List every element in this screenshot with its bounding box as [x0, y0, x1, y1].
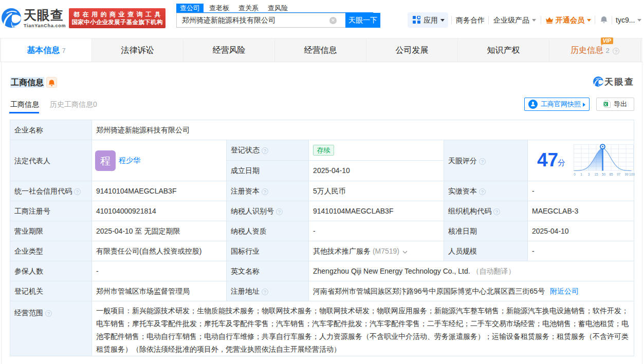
svg-text:97: 97	[617, 173, 621, 176]
svg-text:3: 3	[588, 173, 590, 176]
svg-text:85: 85	[609, 173, 613, 176]
svg-text:100: 100	[629, 173, 635, 176]
svg-text:1: 1	[580, 173, 582, 176]
svg-text:99: 99	[624, 173, 629, 176]
svg-text:15: 15	[594, 173, 598, 176]
svg-text:0: 0	[574, 173, 576, 176]
svg-text:50: 50	[602, 173, 606, 176]
